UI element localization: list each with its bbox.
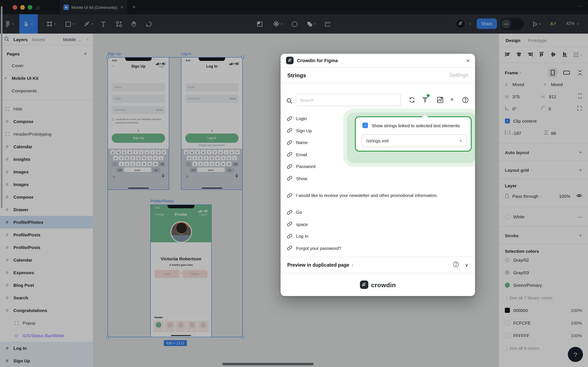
string-text: Email — [296, 151, 320, 157]
string-text: Sign Up — [296, 127, 324, 133]
preview-help-icon[interactable] — [453, 261, 459, 269]
strings-file-select[interactable]: /strings.xml∨ — [362, 134, 467, 147]
string-text: space — [296, 221, 320, 227]
link-icon — [286, 151, 293, 158]
filter-icon[interactable] — [422, 97, 428, 105]
sync-icon[interactable] — [409, 97, 415, 105]
link-icon — [286, 163, 293, 170]
string-text: Name — [296, 139, 320, 145]
string-text: Go — [296, 209, 315, 215]
figma-window: ⌂ ◈ Mobile UI kit (Community) × + … ∨ ∨ … — [0, 0, 588, 367]
string-text: Show — [296, 175, 320, 181]
string-item[interactable]: I would like to receive your newsletter … — [281, 184, 475, 206]
expand-icon[interactable]: ∨ — [465, 262, 468, 268]
preview-dropdown[interactable]: Preview in duplicated page — [287, 262, 349, 267]
link-icon — [286, 139, 293, 146]
string-text: Log In — [296, 233, 321, 239]
crowdin-footer: crowdin — [281, 273, 475, 296]
link-icon — [286, 209, 293, 215]
tab-strings[interactable]: Strings — [287, 72, 306, 78]
crowdin-logo-icon — [286, 57, 294, 64]
modal-title: Crowdin for Figma — [297, 58, 338, 63]
string-item[interactable]: space — [281, 218, 475, 230]
link-icon — [286, 245, 293, 251]
modal-close-button[interactable]: × — [466, 57, 470, 64]
link-icon — [286, 127, 293, 134]
tab-settings[interactable]: Settings — [449, 72, 468, 78]
export-icon[interactable] — [437, 97, 444, 105]
crowdin-logo-icon — [360, 281, 368, 289]
link-icon — [286, 233, 293, 239]
link-icon — [286, 192, 293, 198]
link-icon — [286, 175, 293, 182]
crowdin-wordmark: crowdin — [371, 281, 396, 288]
string-text: Password — [296, 163, 328, 169]
link-icon — [286, 221, 293, 227]
linked-strings-label: Show strings linked to selected text ele… — [372, 123, 460, 128]
add-string-button[interactable]: + — [450, 96, 454, 103]
link-icon — [286, 116, 293, 122]
filter-tooltip: ✓ Show strings linked to selected text e… — [355, 116, 472, 152]
filter-active-dot — [427, 94, 430, 97]
plugin-overlay: Crowdin for Figma × Strings Settings Sea… — [0, 0, 588, 367]
crowdin-plugin-modal: Crowdin for Figma × Strings Settings Sea… — [281, 54, 475, 296]
search-input[interactable]: Search — [296, 94, 401, 106]
help-icon[interactable] — [462, 97, 469, 105]
string-item[interactable]: Log In — [281, 230, 475, 242]
string-item[interactable]: Forgot your password? — [281, 242, 475, 254]
search-icon — [286, 98, 292, 105]
string-text: Forgot your password? — [296, 245, 354, 251]
string-item[interactable]: Show — [281, 172, 475, 184]
string-item[interactable]: Go — [281, 206, 475, 218]
string-text: I would like to receive your newsletter … — [296, 192, 450, 198]
linked-strings-checkbox[interactable]: ✓ — [362, 123, 368, 128]
string-text: Login — [296, 116, 319, 121]
